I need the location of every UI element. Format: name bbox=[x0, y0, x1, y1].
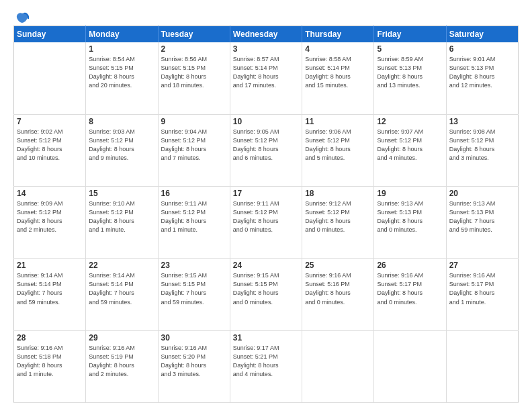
day-details: Sunrise: 9:13 AMSunset: 5:13 PMDaylight:… bbox=[377, 199, 443, 234]
calendar-cell: 7Sunrise: 9:02 AMSunset: 5:12 PMDaylight… bbox=[14, 114, 86, 186]
calendar-cell: 6Sunrise: 9:01 AMSunset: 5:13 PMDaylight… bbox=[446, 42, 518, 114]
day-number: 21 bbox=[17, 261, 83, 270]
calendar-cell: 23Sunrise: 9:15 AMSunset: 5:15 PMDayligh… bbox=[158, 259, 230, 330]
day-number: 12 bbox=[377, 117, 443, 126]
day-details: Sunrise: 9:16 AMSunset: 5:18 PMDaylight:… bbox=[17, 344, 83, 379]
calendar-cell: 24Sunrise: 9:15 AMSunset: 5:15 PMDayligh… bbox=[230, 259, 302, 330]
day-details: Sunrise: 8:59 AMSunset: 5:13 PMDaylight:… bbox=[377, 55, 443, 90]
day-details: Sunrise: 9:11 AMSunset: 5:12 PMDaylight:… bbox=[233, 199, 299, 234]
calendar-cell: 10Sunrise: 9:05 AMSunset: 5:12 PMDayligh… bbox=[230, 114, 302, 186]
calendar-cell bbox=[446, 330, 518, 402]
day-number: 1 bbox=[89, 44, 154, 54]
day-number: 2 bbox=[161, 44, 227, 54]
weekday-header-wednesday: Wednesday bbox=[230, 26, 302, 43]
day-number: 10 bbox=[233, 117, 299, 126]
calendar-cell: 17Sunrise: 9:11 AMSunset: 5:12 PMDayligh… bbox=[230, 187, 302, 259]
calendar-cell: 27Sunrise: 9:16 AMSunset: 5:17 PMDayligh… bbox=[446, 259, 518, 330]
day-number: 31 bbox=[233, 333, 299, 342]
calendar-cell: 3Sunrise: 8:57 AMSunset: 5:14 PMDaylight… bbox=[230, 42, 302, 114]
day-number: 27 bbox=[449, 261, 515, 270]
calendar-cell: 13Sunrise: 9:08 AMSunset: 5:12 PMDayligh… bbox=[446, 114, 518, 186]
calendar-cell: 4Sunrise: 8:58 AMSunset: 5:14 PMDaylight… bbox=[302, 42, 374, 114]
calendar-cell: 29Sunrise: 9:16 AMSunset: 5:19 PMDayligh… bbox=[86, 330, 158, 402]
day-details: Sunrise: 9:14 AMSunset: 5:14 PMDaylight:… bbox=[89, 271, 154, 306]
day-details: Sunrise: 9:16 AMSunset: 5:19 PMDaylight:… bbox=[89, 344, 154, 379]
day-details: Sunrise: 9:08 AMSunset: 5:12 PMDaylight:… bbox=[449, 128, 515, 163]
weekday-header-saturday: Saturday bbox=[446, 26, 518, 43]
day-number: 26 bbox=[377, 261, 443, 270]
calendar-week-5: 28Sunrise: 9:16 AMSunset: 5:18 PMDayligh… bbox=[14, 330, 519, 402]
day-details: Sunrise: 9:01 AMSunset: 5:13 PMDaylight:… bbox=[449, 55, 515, 90]
header bbox=[13, 11, 519, 23]
day-number: 28 bbox=[17, 333, 83, 342]
day-details: Sunrise: 9:12 AMSunset: 5:12 PMDaylight:… bbox=[305, 199, 371, 234]
weekday-header-tuesday: Tuesday bbox=[158, 26, 230, 43]
calendar-cell: 2Sunrise: 8:56 AMSunset: 5:15 PMDaylight… bbox=[158, 42, 230, 114]
day-number: 30 bbox=[161, 333, 227, 342]
calendar-cell bbox=[302, 330, 374, 402]
calendar-cell bbox=[14, 42, 86, 114]
calendar-cell: 16Sunrise: 9:11 AMSunset: 5:12 PMDayligh… bbox=[158, 187, 230, 259]
day-details: Sunrise: 8:58 AMSunset: 5:14 PMDaylight:… bbox=[305, 55, 371, 90]
calendar-cell: 25Sunrise: 9:16 AMSunset: 5:16 PMDayligh… bbox=[302, 259, 374, 330]
calendar-cell: 15Sunrise: 9:10 AMSunset: 5:12 PMDayligh… bbox=[86, 187, 158, 259]
day-number: 20 bbox=[449, 189, 515, 198]
day-number: 18 bbox=[305, 189, 371, 198]
day-details: Sunrise: 9:04 AMSunset: 5:12 PMDaylight:… bbox=[161, 128, 227, 163]
calendar-week-3: 14Sunrise: 9:09 AMSunset: 5:12 PMDayligh… bbox=[14, 187, 519, 259]
calendar-week-2: 7Sunrise: 9:02 AMSunset: 5:12 PMDaylight… bbox=[14, 114, 519, 186]
calendar-week-1: 1Sunrise: 8:54 AMSunset: 5:15 PMDaylight… bbox=[14, 42, 519, 114]
day-details: Sunrise: 9:07 AMSunset: 5:12 PMDaylight:… bbox=[377, 128, 443, 163]
calendar-cell: 20Sunrise: 9:13 AMSunset: 5:13 PMDayligh… bbox=[446, 187, 518, 259]
calendar-cell: 12Sunrise: 9:07 AMSunset: 5:12 PMDayligh… bbox=[374, 114, 446, 186]
calendar-cell bbox=[374, 330, 446, 402]
day-details: Sunrise: 9:16 AMSunset: 5:17 PMDaylight:… bbox=[449, 271, 515, 306]
day-details: Sunrise: 9:16 AMSunset: 5:17 PMDaylight:… bbox=[377, 271, 443, 306]
calendar-cell: 14Sunrise: 9:09 AMSunset: 5:12 PMDayligh… bbox=[14, 187, 86, 259]
day-details: Sunrise: 9:16 AMSunset: 5:20 PMDaylight:… bbox=[161, 344, 227, 379]
calendar-cell: 18Sunrise: 9:12 AMSunset: 5:12 PMDayligh… bbox=[302, 187, 374, 259]
calendar-cell: 9Sunrise: 9:04 AMSunset: 5:12 PMDaylight… bbox=[158, 114, 230, 186]
day-details: Sunrise: 9:13 AMSunset: 5:13 PMDaylight:… bbox=[449, 199, 515, 234]
day-details: Sunrise: 9:03 AMSunset: 5:12 PMDaylight:… bbox=[89, 128, 154, 163]
day-details: Sunrise: 8:56 AMSunset: 5:15 PMDaylight:… bbox=[161, 55, 227, 90]
logo bbox=[13, 11, 30, 23]
day-details: Sunrise: 9:14 AMSunset: 5:14 PMDaylight:… bbox=[17, 271, 83, 306]
day-details: Sunrise: 8:54 AMSunset: 5:15 PMDaylight:… bbox=[89, 55, 154, 90]
weekday-header-monday: Monday bbox=[86, 26, 158, 43]
calendar-cell: 1Sunrise: 8:54 AMSunset: 5:15 PMDaylight… bbox=[86, 42, 158, 114]
calendar-cell: 31Sunrise: 9:17 AMSunset: 5:21 PMDayligh… bbox=[230, 330, 302, 402]
day-details: Sunrise: 9:15 AMSunset: 5:15 PMDaylight:… bbox=[161, 271, 227, 306]
logo-icon bbox=[15, 11, 30, 26]
day-details: Sunrise: 9:06 AMSunset: 5:12 PMDaylight:… bbox=[305, 128, 371, 163]
calendar-cell: 19Sunrise: 9:13 AMSunset: 5:13 PMDayligh… bbox=[374, 187, 446, 259]
weekday-header-row: SundayMondayTuesdayWednesdayThursdayFrid… bbox=[14, 26, 519, 43]
calendar-cell: 5Sunrise: 8:59 AMSunset: 5:13 PMDaylight… bbox=[374, 42, 446, 114]
calendar-week-4: 21Sunrise: 9:14 AMSunset: 5:14 PMDayligh… bbox=[14, 259, 519, 330]
page: SundayMondayTuesdayWednesdayThursdayFrid… bbox=[0, 0, 532, 411]
day-number: 23 bbox=[161, 261, 227, 270]
day-number: 3 bbox=[233, 44, 299, 54]
day-details: Sunrise: 9:05 AMSunset: 5:12 PMDaylight:… bbox=[233, 128, 299, 163]
day-number: 13 bbox=[449, 117, 515, 126]
day-number: 29 bbox=[89, 333, 154, 342]
day-details: Sunrise: 9:02 AMSunset: 5:12 PMDaylight:… bbox=[17, 128, 83, 163]
day-details: Sunrise: 8:57 AMSunset: 5:14 PMDaylight:… bbox=[233, 55, 299, 90]
day-details: Sunrise: 9:15 AMSunset: 5:15 PMDaylight:… bbox=[233, 271, 299, 306]
day-number: 4 bbox=[305, 44, 371, 54]
calendar-cell: 21Sunrise: 9:14 AMSunset: 5:14 PMDayligh… bbox=[14, 259, 86, 330]
day-details: Sunrise: 9:11 AMSunset: 5:12 PMDaylight:… bbox=[161, 199, 227, 234]
day-number: 24 bbox=[233, 261, 299, 270]
day-number: 25 bbox=[305, 261, 371, 270]
day-number: 17 bbox=[233, 189, 299, 198]
day-number: 5 bbox=[377, 44, 443, 54]
calendar-cell: 26Sunrise: 9:16 AMSunset: 5:17 PMDayligh… bbox=[374, 259, 446, 330]
day-number: 8 bbox=[89, 117, 154, 126]
day-number: 14 bbox=[17, 189, 83, 198]
calendar-table: SundayMondayTuesdayWednesdayThursdayFrid… bbox=[13, 26, 519, 403]
day-details: Sunrise: 9:10 AMSunset: 5:12 PMDaylight:… bbox=[89, 199, 154, 234]
day-number: 19 bbox=[377, 189, 443, 198]
day-number: 11 bbox=[305, 117, 371, 126]
day-number: 15 bbox=[89, 189, 154, 198]
day-number: 9 bbox=[161, 117, 227, 126]
